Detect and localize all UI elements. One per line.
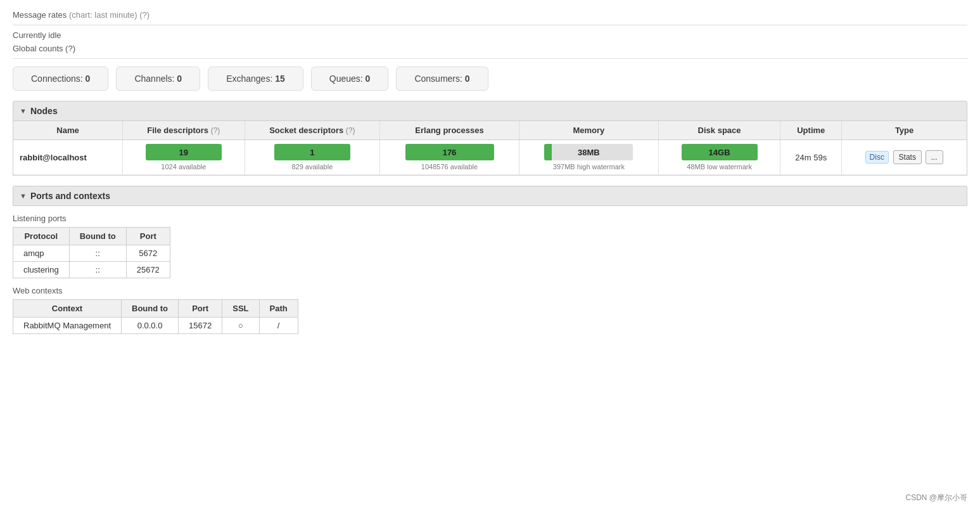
ports-section-label: Ports and contexts [30,191,110,201]
web-contexts-title: Web contexts [13,286,967,295]
nodes-section-label: Nodes [30,106,58,116]
nodes-collapse-arrow: ▼ [20,107,27,115]
disk-space-cell: 14GB 48MB low watermark [658,140,780,175]
more-button[interactable]: ... [926,150,943,164]
file-desc-bar: 19 [146,144,222,160]
table-row: clustering :: 25672 [13,262,170,278]
lp-protocol-amqp: amqp [13,245,70,262]
wc-col-context: Context [13,300,122,318]
disk-watermark: 48MB low watermark [687,163,752,171]
nodes-table: Name File descriptors (?) Socket descrip… [13,121,967,175]
file-desc-available: 1024 available [161,163,206,171]
listening-ports-table: Protocol Bound to Port amqp :: 5672 clus… [13,227,170,278]
col-socket-desc: Socket descriptors (?) [245,121,379,140]
memory-watermark: 397MB high watermark [553,163,625,171]
nodes-section-header[interactable]: ▼ Nodes [13,101,967,121]
lp-bound-clustering: :: [69,262,126,278]
global-counts-bar: Connections: 0 Channels: 0 Exchanges: 15… [13,67,967,91]
disc-badge: Disc [865,151,889,164]
exchanges-badge: Exchanges: 15 [208,67,303,91]
memory-cell: 38MB 397MB high watermark [519,140,658,175]
wc-bound-to: 0.0.0.0 [122,318,179,334]
table-row: amqp :: 5672 [13,245,170,262]
lp-port-amqp: 5672 [126,245,170,262]
consumers-badge: Consumers: 0 [396,67,488,91]
wc-col-path: Path [259,300,298,318]
listening-ports-title: Listening ports [13,214,967,223]
wc-col-port: Port [179,300,222,318]
lp-col-protocol: Protocol [13,228,70,245]
web-contexts-table: Context Bound to Port SSL Path RabbitMQ … [13,299,298,334]
type-cell: Disc Stats ... [842,140,967,175]
node-name: rabbit@localhost [13,140,123,175]
ports-section: Listening ports Protocol Bound to Port a… [13,214,967,334]
connections-badge: Connections: 0 [13,67,108,91]
col-memory: Memory [519,121,658,140]
lp-bound-amqp: :: [69,245,126,262]
lp-col-bound-to: Bound to [69,228,126,245]
wc-port: 15672 [179,318,222,334]
socket-desc-bar: 1 [274,144,350,160]
table-row: rabbit@localhost 19 1024 available [13,140,967,175]
memory-bar [544,144,552,160]
erlang-bar: 176 [405,144,494,160]
wc-col-bound-to: Bound to [122,300,179,318]
uptime-cell: 24m 59s [780,140,842,175]
queues-badge: Queues: 0 [311,67,389,91]
nodes-table-wrapper: Name File descriptors (?) Socket descrip… [13,121,967,176]
file-descriptors-cell: 19 1024 available [123,140,245,175]
memory-value: 38MB [578,148,600,157]
col-name: Name [13,121,123,140]
wc-path: / [259,318,298,334]
wc-context: RabbitMQ Management [13,318,122,334]
wc-col-ssl: SSL [222,300,259,318]
col-disk: Disk space [658,121,780,140]
col-type: Type [842,121,967,140]
erlang-available: 1048576 available [421,163,478,171]
col-uptime: Uptime [780,121,842,140]
global-counts-title: Global counts (?) [13,44,967,53]
wc-ssl: ○ [222,318,259,334]
ports-collapse-arrow: ▼ [20,192,27,200]
channels-badge: Channels: 0 [116,67,200,91]
col-erlang: Erlang processes [380,121,519,140]
lp-port-clustering: 25672 [126,262,170,278]
message-rates-title: Message rates (chart: last minute) (?) [13,10,967,20]
stats-button[interactable]: Stats [893,150,922,164]
socket-descriptors-cell: 1 829 available [245,140,379,175]
socket-desc-available: 829 available [291,163,333,171]
col-file-desc: File descriptors (?) [123,121,245,140]
erlang-processes-cell: 176 1048576 available [380,140,519,175]
table-row: RabbitMQ Management 0.0.0.0 15672 ○ / [13,318,298,334]
ports-section-header[interactable]: ▼ Ports and contexts [13,186,967,206]
status-text: Currently idle [13,30,967,40]
lp-col-port: Port [126,228,170,245]
disk-bar: 14GB [682,144,758,160]
lp-protocol-clustering: clustering [13,262,70,278]
